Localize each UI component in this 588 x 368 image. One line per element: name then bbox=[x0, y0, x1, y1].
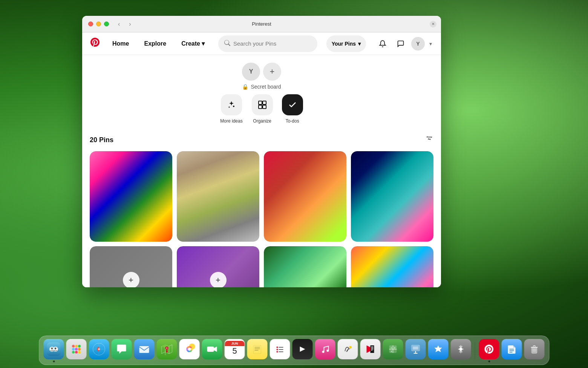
nav-explore[interactable]: Explore bbox=[139, 37, 171, 50]
your-pins-chevron-icon: ▾ bbox=[358, 41, 361, 47]
secret-label: Secret board bbox=[251, 84, 281, 90]
finder-icon bbox=[44, 339, 64, 359]
svg-point-37 bbox=[166, 348, 167, 349]
minimize-button[interactable] bbox=[96, 21, 101, 26]
pin-card-6[interactable]: + bbox=[177, 246, 259, 287]
svg-rect-59 bbox=[371, 349, 374, 350]
finder-active-dot bbox=[53, 360, 55, 362]
nav-home[interactable]: Home bbox=[108, 37, 133, 50]
svg-point-49 bbox=[277, 349, 278, 350]
action-buttons: More ideas Organize bbox=[220, 94, 303, 124]
dock-item-calendar[interactable]: JUN 5 bbox=[225, 339, 245, 362]
svg-marker-42 bbox=[214, 347, 217, 352]
pin-card-2[interactable] bbox=[177, 151, 259, 242]
svg-point-56 bbox=[349, 346, 352, 348]
pins-count: 20 Pins bbox=[90, 136, 113, 144]
nav-actions: Y ▾ bbox=[375, 36, 433, 51]
svg-rect-5 bbox=[263, 105, 266, 109]
svg-point-24 bbox=[72, 348, 75, 351]
svg-point-47 bbox=[277, 347, 278, 348]
svg-rect-4 bbox=[259, 105, 262, 109]
nav-buttons: ‹ › bbox=[115, 19, 134, 29]
filter-button[interactable] bbox=[425, 135, 433, 145]
search-bar[interactable] bbox=[218, 35, 317, 52]
dock-item-files[interactable] bbox=[502, 339, 522, 362]
account-chevron-button[interactable]: ▾ bbox=[428, 39, 433, 48]
todos-action[interactable]: To-dos bbox=[282, 94, 303, 124]
pin-card-1[interactable] bbox=[90, 151, 172, 242]
dock-item-numbers[interactable]: 1 2 3 bbox=[383, 339, 403, 362]
dock-item-reminders[interactable] bbox=[270, 339, 290, 362]
dock-item-launchpad[interactable] bbox=[66, 339, 87, 362]
files-icon bbox=[502, 339, 522, 359]
add-pin-overlay[interactable]: + bbox=[123, 272, 139, 287]
maximize-button[interactable] bbox=[104, 21, 109, 26]
pin-image-1 bbox=[90, 151, 172, 242]
dock-item-finder[interactable] bbox=[44, 339, 64, 362]
svg-point-0 bbox=[233, 106, 234, 107]
dock-item-trash[interactable] bbox=[524, 339, 545, 362]
dock-item-mail[interactable] bbox=[134, 339, 155, 362]
svg-rect-35 bbox=[139, 346, 149, 353]
dock: JUN 5 bbox=[39, 336, 550, 365]
create-chevron-icon: ▾ bbox=[202, 40, 205, 47]
dock-item-keynote[interactable] bbox=[406, 339, 426, 362]
dock-item-notes[interactable] bbox=[247, 339, 268, 362]
pins-section: 20 Pins bbox=[82, 135, 441, 287]
dock-item-appletv[interactable] bbox=[292, 339, 313, 362]
add-pin-overlay-2[interactable]: + bbox=[210, 272, 227, 287]
pin-card-8[interactable]: ? bbox=[351, 246, 433, 287]
svg-rect-41 bbox=[207, 347, 214, 352]
dock-item-settings[interactable] bbox=[451, 339, 471, 362]
svg-point-51 bbox=[277, 351, 278, 353]
dock-item-news[interactable] bbox=[360, 339, 381, 362]
messages-button[interactable] bbox=[393, 36, 408, 51]
window-close-icon[interactable]: ✕ bbox=[430, 21, 436, 28]
dock-item-freeform[interactable] bbox=[338, 339, 358, 362]
dock-item-pinterest[interactable] bbox=[479, 339, 499, 362]
more-ideas-action[interactable]: More ideas bbox=[220, 94, 242, 124]
pin-image-3 bbox=[264, 151, 346, 242]
dock-item-appstore[interactable] bbox=[428, 339, 449, 362]
pin-card-7[interactable] bbox=[264, 246, 346, 287]
organize-action[interactable]: Organize bbox=[252, 94, 273, 124]
close-button[interactable] bbox=[88, 21, 93, 26]
dock-separator bbox=[475, 342, 475, 359]
pinterest-active-dot bbox=[488, 360, 490, 362]
svg-point-25 bbox=[75, 348, 78, 351]
dock-item-facetime[interactable] bbox=[202, 339, 222, 362]
pin-card-5[interactable]: + bbox=[90, 246, 172, 287]
svg-point-54 bbox=[322, 351, 325, 353]
search-input[interactable] bbox=[233, 40, 311, 47]
svg-point-55 bbox=[327, 350, 329, 352]
launchpad-icon bbox=[66, 339, 87, 359]
pin-card-3[interactable] bbox=[264, 151, 346, 242]
svg-rect-71 bbox=[413, 347, 418, 350]
messages-icon bbox=[112, 339, 132, 359]
calendar-month: JUN bbox=[231, 342, 238, 345]
news-icon bbox=[360, 339, 381, 359]
nav-create[interactable]: Create ▾ bbox=[177, 37, 209, 50]
dock-item-safari[interactable] bbox=[89, 339, 109, 362]
notifications-button[interactable] bbox=[375, 36, 390, 51]
photos-icon bbox=[179, 339, 200, 359]
svg-point-26 bbox=[78, 348, 81, 351]
board-avatar-y[interactable]: Y bbox=[242, 63, 260, 81]
svg-point-28 bbox=[75, 351, 78, 354]
pin-card-4[interactable] bbox=[351, 151, 433, 242]
your-pins-button[interactable]: Your Pins ▾ bbox=[326, 35, 366, 52]
avatar-button[interactable]: Y bbox=[411, 37, 425, 51]
dock-item-music[interactable] bbox=[315, 339, 335, 362]
avatar-letter: Y bbox=[416, 41, 420, 47]
add-collaborator-button[interactable]: + bbox=[263, 63, 281, 81]
dock-item-photos[interactable] bbox=[179, 339, 200, 362]
calendar-day: 5 bbox=[232, 346, 237, 356]
forward-button[interactable]: › bbox=[126, 19, 134, 29]
back-button[interactable]: ‹ bbox=[115, 19, 123, 29]
dock-item-messages[interactable] bbox=[112, 339, 132, 362]
title-bar: ‹ › Pinterest ✕ bbox=[82, 16, 441, 32]
board-avatar-letter: Y bbox=[249, 68, 253, 75]
dock-item-maps[interactable] bbox=[157, 339, 177, 362]
svg-rect-57 bbox=[371, 347, 374, 347]
pinterest-logo[interactable] bbox=[90, 37, 100, 50]
